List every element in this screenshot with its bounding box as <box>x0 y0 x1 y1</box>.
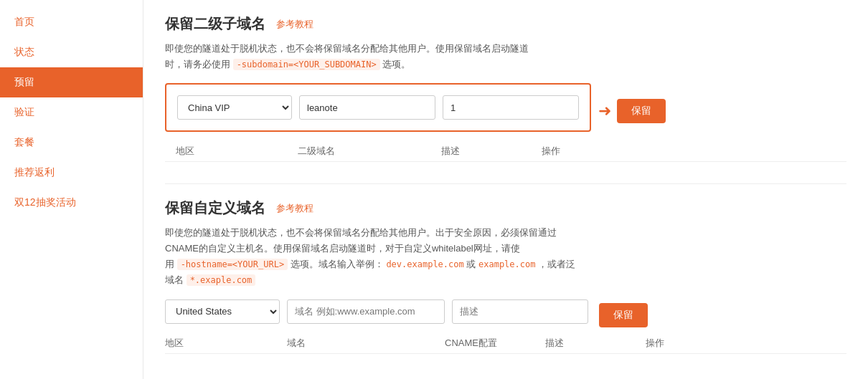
right-arrow-icon: ➜ <box>598 102 611 120</box>
section1-ref-link[interactable]: 参考教程 <box>276 18 313 31</box>
section1-table-header: 地区 二级域名 描述 操作 <box>165 145 846 162</box>
section-reserve-domain: 保留自定义域名 参考教程 即使您的隧道处于脱机状态，也不会将保留域名分配给其他用… <box>165 198 846 353</box>
section1-code: -subdomain=<YOUR_SUBDOMAIN> <box>233 59 380 70</box>
section2-domain-input[interactable] <box>287 299 445 324</box>
section1-desc: 即使您的隧道处于脱机状态，也不会将保留域名分配给其他用户。使用保留域名启动隧道 … <box>165 41 846 72</box>
sidebar-item-verify[interactable]: 验证 <box>0 97 143 128</box>
section1-form: China VIP United States <box>165 83 591 132</box>
section2-col-cname: CNAME配置 <box>445 337 538 350</box>
section-divider <box>165 183 846 184</box>
section2-col-domain: 域名 <box>287 337 438 350</box>
section2-ref-link[interactable]: 参考教程 <box>276 202 313 215</box>
sidebar-item-status[interactable]: 状态 <box>0 37 143 67</box>
section2-region-select[interactable]: United States China VIP <box>165 299 280 324</box>
section1-col-region: 地区 <box>176 145 291 158</box>
section2-desc: 即使您的隧道处于脱机状态，也不会将保留域名分配给其他用户。出于安全原因，必须保留… <box>165 225 846 288</box>
section2-title: 保留自定义域名 <box>165 198 265 218</box>
section2-col-region: 地区 <box>165 337 280 350</box>
section2-col-op: 操作 <box>646 337 703 350</box>
sidebar-item-referral[interactable]: 推荐返利 <box>0 158 143 188</box>
section2-form: United States China VIP <box>165 299 588 324</box>
section2-code2: -hostname=<YOUR_URL> <box>177 259 288 270</box>
section2-desc-input[interactable] <box>452 299 588 324</box>
section1-region-select[interactable]: China VIP United States <box>177 95 292 120</box>
section2-table-header: 地区 域名 CNAME配置 描述 操作 <box>165 337 846 354</box>
section2-example1: dev.example.com <box>386 259 463 269</box>
sidebar-item-reserve[interactable]: 预留 <box>0 67 143 97</box>
section1-title: 保留二级子域名 <box>165 14 265 34</box>
section2-header: 保留自定义域名 参考教程 <box>165 198 846 218</box>
section2-example2: example.com <box>478 259 535 269</box>
section1-desc-input[interactable] <box>443 95 579 120</box>
section2-col-desc: 描述 <box>545 337 638 350</box>
sidebar-item-package[interactable]: 套餐 <box>0 128 143 158</box>
sidebar-item-home[interactable]: 首页 <box>0 7 143 37</box>
section1-col-subdomain: 二级域名 <box>298 145 434 158</box>
section1-save-button[interactable]: 保留 <box>617 99 666 123</box>
sidebar-item-lottery[interactable]: 双12抽奖活动 <box>0 188 143 218</box>
sidebar: 首页 状态 预留 验证 套餐 推荐返利 双12抽奖活动 <box>0 0 143 379</box>
section1-subdomain-input[interactable] <box>299 95 435 120</box>
main-content: 保留二级子域名 参考教程 即使您的隧道处于脱机状态，也不会将保留域名分配给其他用… <box>143 0 868 379</box>
section2-save-button[interactable]: 保留 <box>599 303 648 327</box>
section1-header: 保留二级子域名 参考教程 <box>165 14 846 34</box>
section1-col-desc: 描述 <box>441 145 534 158</box>
section2-code3: *.exaple.com <box>187 274 256 286</box>
section1-col-op: 操作 <box>542 145 599 158</box>
section-reserve-subdomain: 保留二级子域名 参考教程 即使您的隧道处于脱机状态，也不会将保留域名分配给其他用… <box>165 14 846 162</box>
